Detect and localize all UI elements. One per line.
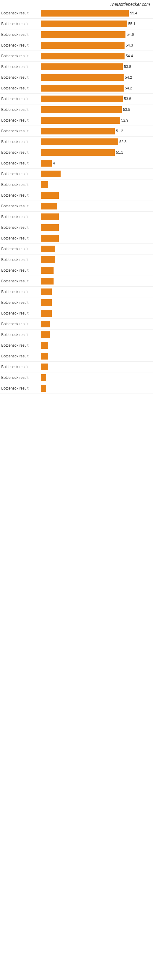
bar-fill — [41, 192, 59, 199]
bar-container — [41, 321, 153, 328]
bar-fill — [41, 267, 54, 274]
bar-value: 53.5 — [123, 108, 130, 112]
bar-label: Bottleneck result — [1, 204, 41, 208]
bar-fill — [41, 364, 48, 370]
bar-fill — [41, 95, 123, 102]
bar-row: Bottleneck result51.1 — [0, 147, 153, 158]
bar-row: Bottleneck result — [0, 351, 153, 362]
bar-value: 55.1 — [128, 22, 135, 26]
bar-value: 52.9 — [121, 118, 128, 123]
bar-label: Bottleneck result — [1, 268, 41, 272]
bar-label: Bottleneck result — [1, 150, 41, 155]
bar-row: Bottleneck result — [0, 265, 153, 276]
bar-fill — [41, 160, 52, 167]
bar-row: Bottleneck result — [0, 286, 153, 298]
bar-row: Bottleneck result — [0, 190, 153, 201]
bar-container — [41, 256, 153, 263]
bar-fill — [41, 106, 122, 113]
bar-fill — [41, 213, 59, 220]
bar-container — [41, 385, 153, 392]
bar-label: Bottleneck result — [1, 375, 41, 380]
bar-value: 54.4 — [126, 54, 133, 58]
bar-label: Bottleneck result — [1, 129, 41, 133]
bar-fill — [41, 224, 59, 231]
bar-fill — [41, 170, 61, 177]
bar-fill — [41, 288, 52, 295]
bar-value: 51.1 — [116, 150, 123, 155]
bar-fill — [41, 149, 115, 156]
bar-row: Bottleneck result52.3 — [0, 137, 153, 147]
bar-label: Bottleneck result — [1, 32, 41, 37]
bar-fill — [41, 246, 55, 252]
bar-row: Bottleneck result4 — [0, 158, 153, 169]
bar-container — [41, 192, 153, 199]
bar-container — [41, 288, 153, 295]
bar-label: Bottleneck result — [1, 247, 41, 251]
bar-row: Bottleneck result — [0, 340, 153, 351]
bar-container — [41, 224, 153, 231]
bar-row: Bottleneck result — [0, 244, 153, 255]
bar-row: Bottleneck result — [0, 276, 153, 286]
bar-chart: Bottleneck result55.4Bottleneck result55… — [0, 8, 153, 394]
bar-container — [41, 170, 153, 177]
bar-container: 53.5 — [41, 106, 153, 113]
bar-container: 54.3 — [41, 42, 153, 49]
bar-fill — [41, 385, 46, 392]
bar-row: Bottleneck result54.3 — [0, 40, 153, 51]
bar-fill — [41, 181, 48, 188]
bar-fill — [41, 52, 124, 59]
bar-label: Bottleneck result — [1, 311, 41, 315]
bar-value: 53.8 — [124, 97, 131, 101]
bar-container — [41, 181, 153, 188]
bar-row: Bottleneck result52.9 — [0, 115, 153, 126]
bar-row: Bottleneck result54.6 — [0, 29, 153, 40]
bar-fill — [41, 278, 54, 285]
bar-fill — [41, 31, 126, 38]
bar-container: 55.4 — [41, 10, 153, 16]
bar-row: Bottleneck result54.2 — [0, 72, 153, 83]
bar-row: Bottleneck result — [0, 233, 153, 244]
bar-label: Bottleneck result — [1, 258, 41, 262]
bar-row: Bottleneck result53.8 — [0, 62, 153, 72]
bar-row: Bottleneck result — [0, 329, 153, 340]
bar-fill — [41, 64, 123, 70]
bar-label: Bottleneck result — [1, 386, 41, 390]
bar-label: Bottleneck result — [1, 322, 41, 326]
bar-fill — [41, 235, 59, 242]
bar-label: Bottleneck result — [1, 279, 41, 283]
bar-value: 54.6 — [127, 32, 134, 37]
bar-label: Bottleneck result — [1, 290, 41, 294]
bar-label: Bottleneck result — [1, 215, 41, 219]
bar-container — [41, 213, 153, 220]
bar-container — [41, 267, 153, 274]
bar-container — [41, 374, 153, 381]
bar-fill — [41, 321, 50, 328]
bar-fill — [41, 74, 124, 81]
bar-row: Bottleneck result — [0, 169, 153, 180]
bar-row: Bottleneck result53.5 — [0, 105, 153, 115]
bar-container — [41, 235, 153, 242]
bar-label: Bottleneck result — [1, 183, 41, 187]
bar-label: Bottleneck result — [1, 75, 41, 80]
bar-label: Bottleneck result — [1, 365, 41, 369]
bar-fill — [41, 331, 50, 338]
bar-fill — [41, 85, 124, 92]
bar-row: Bottleneck result53.8 — [0, 94, 153, 105]
bar-fill — [41, 310, 52, 317]
bar-container — [41, 299, 153, 306]
bar-fill — [41, 128, 115, 134]
bar-fill — [41, 138, 118, 145]
bar-label: Bottleneck result — [1, 108, 41, 112]
bar-container: 53.8 — [41, 95, 153, 102]
bar-container: 51.2 — [41, 128, 153, 134]
bar-fill — [41, 374, 46, 381]
bar-label: Bottleneck result — [1, 118, 41, 123]
bar-container: 52.9 — [41, 117, 153, 124]
bar-row: Bottleneck result51.2 — [0, 126, 153, 137]
bar-container — [41, 203, 153, 210]
bar-fill — [41, 21, 127, 27]
bar-row: Bottleneck result — [0, 298, 153, 308]
bar-row: Bottleneck result — [0, 180, 153, 190]
bar-row: Bottleneck result — [0, 255, 153, 265]
bar-container — [41, 364, 153, 370]
